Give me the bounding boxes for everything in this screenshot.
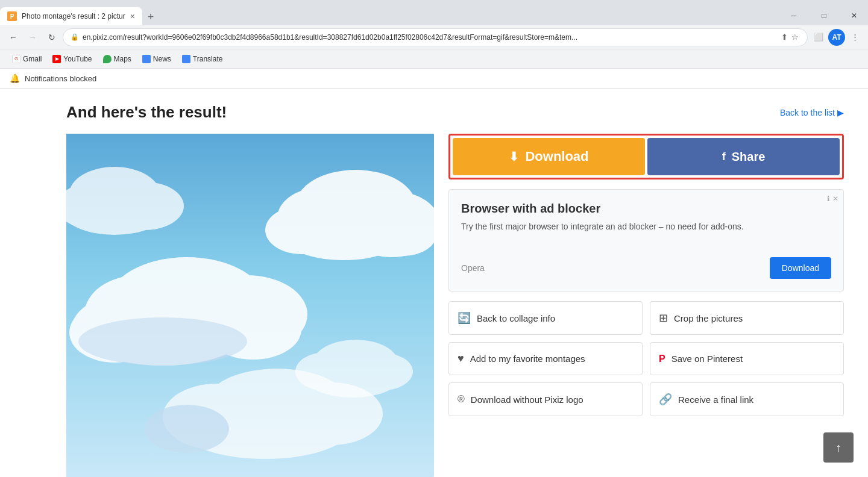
tab-close-button[interactable]: × [130,11,135,21]
add-favorite-label: Add to my favorite montages [470,354,585,364]
download-label: Download [525,149,588,164]
crop-pictures-label: Crop the pictures [674,313,743,323]
scroll-to-top-button[interactable]: ↑ [823,432,854,463]
download-no-logo-button[interactable]: ® Download without Pixiz logo [448,382,643,416]
notification-icon: 🔔 [10,73,20,83]
svg-point-7 [371,210,434,256]
address-bar[interactable]: 🔒 en.pixiz.com/result?workId=9606e02f69f… [63,28,808,46]
maps-icon [103,55,112,63]
receive-link-button[interactable]: 🔗 Receive a final link [650,382,844,416]
notification-bar: 🔔 Notifications blocked [0,69,868,89]
cloud-background [66,134,434,477]
right-panel: ⬇ Download f Share ℹ ✕ Browser with ad b… [448,134,844,477]
browser-tab[interactable]: P Photo montage's result : 2 pictur × [0,7,142,25]
share-label: Share [732,150,766,164]
page-title: And here's the result! [66,103,227,122]
back-to-list-label: Back to the list [780,108,835,117]
bookmark-gmail[interactable]: G Gmail [7,52,46,66]
share-address-button[interactable]: ⬆ [780,31,789,43]
ad-brand: Opera [461,263,485,273]
lock-icon: 🔒 [71,33,79,41]
bookmark-translate[interactable]: Translate [177,52,228,66]
ad-footer: Opera Download [461,257,831,279]
close-button[interactable]: ✕ [840,6,868,25]
action-grid: 🔄 Back to collage info ⊞ Crop the pictur… [448,301,844,416]
bookmark-maps[interactable]: Maps [98,52,136,66]
registered-icon: ® [458,394,465,405]
ad-controls[interactable]: ℹ ✕ [827,195,838,203]
bookmark-maps-label: Maps [114,55,131,63]
ad-info-icon[interactable]: ℹ [827,195,830,203]
page-content: And here's the result! Back to the list … [0,89,868,477]
news-icon [142,55,151,63]
menu-button[interactable]: ⋮ [846,29,863,46]
menu-icon: ⋮ [851,33,859,42]
primary-action-row: ⬇ Download f Share [448,134,844,179]
pinterest-icon: P [659,354,665,364]
youtube-icon [52,55,61,63]
back-to-list-link[interactable]: Back to the list ▶ [780,108,844,117]
bookmark-news[interactable]: News [137,52,176,66]
save-pinterest-label: Save on Pinterest [671,354,743,364]
address-text: en.pixiz.com/result?workId=9606e02f69fb0… [83,33,776,42]
download-button[interactable]: ⬇ Download [453,138,645,175]
translate-icon [182,55,190,63]
ad-download-button[interactable]: Download [770,257,831,279]
save-pinterest-button[interactable]: P Save on Pinterest [650,342,844,375]
ad-title: Browser with ad blocker [461,202,831,216]
extensions-icon: ⬜ [814,33,823,42]
back-arrow-icon: ▶ [837,108,844,117]
svg-point-6 [265,206,338,254]
bookmark-youtube-label: YouTube [63,55,92,63]
advertisement-box: ℹ ✕ Browser with ad blocker Try the firs… [448,189,844,292]
download-icon: ⬇ [509,149,519,164]
refresh-icon: 🔄 [458,311,471,325]
notification-text: Notifications blocked [25,74,96,83]
bookmarks-bar: G Gmail YouTube Maps News Translate [0,49,868,69]
refresh-button[interactable]: ↻ [43,29,60,46]
new-tab-button[interactable]: + [142,8,159,25]
clouds-svg [66,134,434,477]
svg-point-14 [78,317,247,366]
main-area: ⬇ Download f Share ℹ ✕ Browser with ad b… [66,134,844,477]
tab-favicon: P [7,11,17,21]
svg-point-27 [307,361,398,398]
crop-icon: ⊞ [659,311,668,325]
bookmark-youtube[interactable]: YouTube [48,52,96,66]
back-to-collage-label: Back to collage info [477,313,555,323]
bookmark-news-label: News [153,55,171,63]
heart-icon: ♥ [458,352,464,365]
bookmark-button[interactable]: ☆ [790,31,800,43]
minimize-button[interactable]: ─ [780,6,808,25]
share-button[interactable]: f Share [647,138,840,175]
svg-point-18 [66,189,166,235]
svg-marker-0 [55,57,59,61]
bookmark-translate-label: Translate [193,55,223,63]
result-image-panel [66,134,434,477]
svg-point-23 [145,405,229,453]
gmail-icon: G [12,55,20,63]
result-header: And here's the result! Back to the list … [66,103,844,122]
forward-button[interactable]: → [24,29,41,46]
ad-close-icon[interactable]: ✕ [832,195,838,203]
profile-button[interactable]: AT [828,29,845,46]
back-to-collage-button[interactable]: 🔄 Back to collage info [448,301,643,335]
tab-title: Photo montage's result : 2 pictur [22,12,125,20]
ad-text: Try the first major browser to integrate… [461,220,831,233]
back-button[interactable]: ← [5,29,22,46]
extensions-button[interactable]: ⬜ [810,29,827,46]
facebook-icon: f [722,151,726,163]
crop-pictures-button[interactable]: ⊞ Crop the pictures [650,301,844,335]
link-icon: 🔗 [659,393,672,406]
add-favorite-button[interactable]: ♥ Add to my favorite montages [448,342,643,375]
download-no-logo-label: Download without Pixiz logo [471,394,583,405]
receive-link-label: Receive a final link [678,394,753,405]
bookmark-gmail-label: Gmail [23,55,42,63]
maximize-button[interactable]: □ [810,6,838,25]
